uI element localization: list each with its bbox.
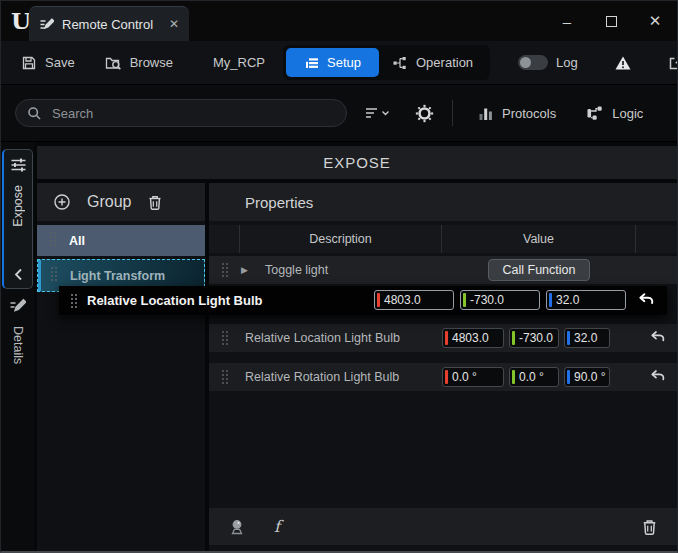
property-label: Relative Rotation Light Bulb [245, 370, 399, 384]
filter-button[interactable] [365, 106, 391, 120]
function-icon[interactable]: f [274, 517, 280, 536]
alert-button[interactable] [606, 47, 640, 79]
alert-icon [614, 55, 632, 71]
remote-control-icon [39, 17, 54, 32]
vector-x-input[interactable]: 4803.0 [442, 328, 504, 348]
log-toggle[interactable] [518, 55, 548, 70]
group-list: All Light Transform [37, 221, 205, 551]
add-group-icon[interactable] [53, 193, 71, 211]
minimize-icon[interactable]: – [545, 1, 589, 41]
z-axis-accent [549, 293, 552, 307]
log-toggle-group[interactable]: Log [510, 47, 586, 79]
properties-footer-bar: f [209, 508, 677, 545]
search-icon [27, 106, 42, 121]
titlebar: U Remote Control ✕ – ✕ [1, 1, 677, 41]
settings-button[interactable] [415, 104, 434, 123]
browse-button[interactable]: Browse [97, 47, 181, 79]
group-item-all[interactable]: All [37, 225, 205, 256]
operation-label: Operation [416, 55, 473, 70]
drag-handle[interactable] [51, 267, 53, 269]
collapse-icon[interactable] [14, 268, 23, 281]
x-axis-accent [445, 331, 448, 345]
property-label: Relative Location Light Bulb [245, 331, 400, 345]
reset-icon[interactable] [650, 369, 666, 382]
preset-name-button[interactable]: My_RCP [207, 55, 271, 70]
group-column: Group All [37, 183, 205, 551]
logic-label: Logic [612, 106, 643, 121]
save-button[interactable]: Save [13, 47, 83, 79]
details-pencil-icon [9, 297, 26, 314]
toolbar: Save Browse My_RCP [1, 41, 677, 85]
z-axis-accent [567, 370, 570, 384]
vector-y-input[interactable]: -730.0 [509, 328, 559, 348]
mode-switcher: Setup Operation [283, 45, 490, 80]
web-icon [668, 55, 678, 71]
dragged-property-row[interactable]: Relative Location Light Bulb 4803.0 -730… [59, 286, 667, 315]
drag-handle[interactable] [222, 331, 224, 333]
rotation-yaw-input[interactable]: 90.0 ° [564, 367, 610, 387]
tab-operation[interactable]: Operation [379, 48, 487, 77]
properties-title: Properties [209, 183, 677, 221]
expander-icon[interactable]: ▶ [241, 265, 248, 275]
logic-button[interactable]: Logic [578, 105, 651, 121]
search-input[interactable] [50, 105, 335, 122]
rotation-roll-input[interactable]: 0.0 ° [442, 367, 504, 387]
protocols-icon [479, 106, 493, 121]
browse-icon [105, 55, 122, 71]
vector-y-input[interactable]: -730.0 [460, 290, 540, 310]
tab-title: Remote Control [62, 17, 153, 32]
content-area: EXPOSE Group [34, 142, 677, 551]
y-axis-accent [463, 293, 466, 307]
rotation-pitch-input[interactable]: 0.0 ° [509, 367, 559, 387]
group-add-label[interactable]: Group [87, 193, 131, 211]
main-area: Expose Details EXPOSE [1, 142, 677, 551]
gear-icon [415, 104, 434, 123]
tab-close-icon[interactable]: ✕ [169, 17, 179, 31]
vector-z-input[interactable]: 32.0 [546, 290, 626, 310]
property-row-relative-rotation[interactable]: Relative Rotation Light Bulb 0.0 ° 0.0 °… [209, 363, 677, 391]
delete-group-icon[interactable] [147, 194, 163, 211]
log-label: Log [556, 55, 578, 70]
drag-handle[interactable] [50, 232, 52, 234]
remote-control-tab[interactable]: Remote Control ✕ [29, 6, 189, 41]
vector-z-input[interactable]: 32.0 [564, 328, 610, 348]
operation-icon [393, 56, 408, 70]
group-item-label: All [69, 234, 85, 248]
tab-setup[interactable]: Setup [286, 48, 379, 77]
search-box[interactable] [15, 99, 347, 127]
sidebar-tab-expose[interactable]: Expose [2, 149, 33, 289]
x-axis-accent [445, 370, 448, 384]
property-label: Toggle light [265, 263, 328, 277]
drag-handle[interactable] [222, 263, 224, 265]
properties-table-header: Description Value [209, 225, 677, 253]
properties-empty-space [209, 391, 677, 508]
sidebar-tab-details[interactable]: Details [1, 297, 34, 364]
close-icon[interactable]: ✕ [633, 1, 677, 41]
reset-icon[interactable] [638, 292, 655, 306]
browse-label: Browse [130, 55, 173, 70]
window-controls: – ✕ [545, 1, 677, 41]
description-column-header: Description [239, 225, 441, 253]
property-row-toggle-light[interactable]: ▶ Toggle light Call Function [209, 256, 677, 284]
drag-handle[interactable] [222, 370, 224, 372]
protocols-button[interactable]: Protocols [471, 106, 564, 121]
dragged-property-label: Relative Location Light Bulb [87, 293, 263, 308]
setup-label: Setup [327, 55, 361, 70]
expose-panel-title: EXPOSE [37, 146, 677, 179]
drag-handle[interactable] [71, 294, 73, 296]
save-icon [21, 55, 37, 71]
vector-x-input[interactable]: 4803.0 [374, 290, 454, 310]
properties-column: Properties Description Value ▶ Toggle li… [209, 183, 677, 551]
y-axis-accent [512, 370, 515, 384]
exposed-actor-icon[interactable] [228, 518, 246, 536]
maximize-icon[interactable] [589, 1, 633, 41]
search-row-divider [452, 100, 453, 126]
reset-icon[interactable] [650, 330, 666, 343]
call-function-button[interactable]: Call Function [488, 259, 591, 281]
web-button[interactable]: Web [660, 47, 678, 79]
details-tab-label: Details [11, 326, 25, 364]
left-rail: Expose Details [1, 142, 34, 551]
delete-property-icon[interactable] [641, 518, 658, 536]
y-axis-accent [512, 331, 515, 345]
property-row-relative-location[interactable]: Relative Location Light Bulb 4803.0 -730… [209, 324, 677, 352]
